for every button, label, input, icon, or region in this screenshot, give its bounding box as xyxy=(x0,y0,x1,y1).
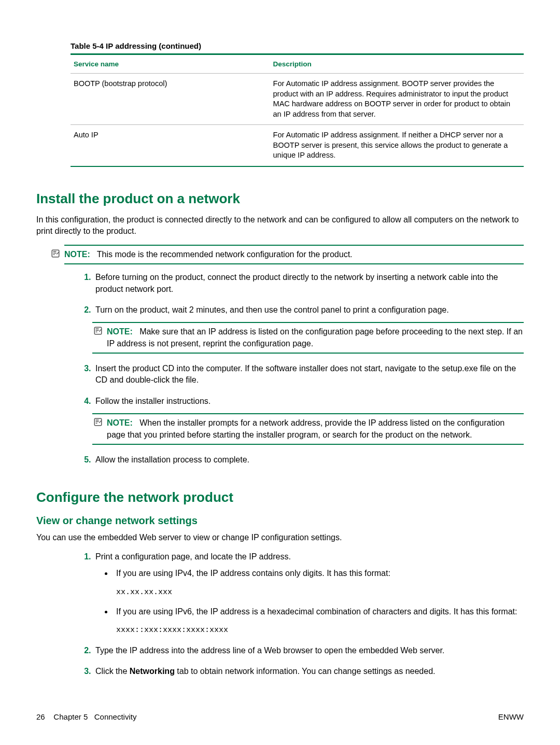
chapter-title: Connectivity xyxy=(94,712,137,721)
footer-right: ENWW xyxy=(498,712,524,721)
note-block: NOTE: Make sure that an IP address is li… xyxy=(92,322,524,354)
cell-service: BOOTP (bootstrap protocol) xyxy=(71,74,270,125)
ip-addressing-table: Service name Description BOOTP (bootstra… xyxy=(71,53,524,167)
table-header-service: Service name xyxy=(71,54,270,74)
table-number: Table 5-4 xyxy=(71,41,104,50)
step-text: Print a configuration page, and locate t… xyxy=(95,552,291,561)
step-3: Click the Networking tab to obtain netwo… xyxy=(93,666,524,677)
table-header-description: Description xyxy=(270,54,524,74)
step-text-bold: Networking xyxy=(130,667,175,676)
note-block: NOTE: This mode is the recommended netwo… xyxy=(64,245,524,264)
note-icon xyxy=(93,326,103,335)
install-steps: Before turning on the product, connect t… xyxy=(71,272,524,466)
page-footer: 26 Chapter 5 Connectivity ENWW xyxy=(36,712,524,721)
bullet-text: If you are using IPv4, the IP address co… xyxy=(116,569,390,578)
footer-left: 26 Chapter 5 Connectivity xyxy=(36,712,136,721)
ip-format-list: If you are using IPv4, the IP address co… xyxy=(95,568,524,636)
step-text: Type the IP address into the address lin… xyxy=(95,646,444,655)
note-icon xyxy=(93,417,103,427)
step-text: Allow the installation process to comple… xyxy=(95,455,249,464)
step-text: Follow the installer instructions. xyxy=(95,397,211,405)
step-2: Type the IP address into the address lin… xyxy=(93,645,524,656)
step-text-pre: Click the xyxy=(95,667,130,676)
step-5: Allow the installation process to comple… xyxy=(93,454,524,466)
note-text: Make sure that an IP address is listed o… xyxy=(107,327,523,347)
note-text: This mode is the recommended network con… xyxy=(97,250,353,259)
subheading-view-change: View or change network settings xyxy=(36,515,524,527)
step-text: Before turning on the product, connect t… xyxy=(95,273,498,293)
list-item: If you are using IPv4, the IP address co… xyxy=(113,568,524,597)
table-row: BOOTP (bootstrap protocol) For Automatic… xyxy=(71,74,524,125)
note-label: NOTE: xyxy=(107,327,133,336)
install-intro: In this configuration, the product is co… xyxy=(36,214,524,237)
ipv4-format: xx.xx.xx.xxx xyxy=(116,587,524,598)
step-3: Insert the product CD into the computer.… xyxy=(93,363,524,386)
note-label: NOTE: xyxy=(107,418,133,427)
note-block: NOTE: When the installer prompts for a n… xyxy=(92,413,524,445)
step-1: Before turning on the product, connect t… xyxy=(93,272,524,295)
cell-description: For Automatic IP address assignment. BOO… xyxy=(270,74,524,125)
configure-steps: Print a configuration page, and locate t… xyxy=(71,551,524,678)
table-title: IP addressing (continued) xyxy=(106,41,201,50)
page-number: 26 xyxy=(36,712,45,721)
note-text: When the installer prompts for a network… xyxy=(107,418,505,439)
chapter-label: Chapter 5 xyxy=(53,712,88,721)
ipv6-format: xxxx::xxx:xxxx:xxxx:xxxx xyxy=(116,625,524,636)
table-row: Auto IP For Automatic IP address assignm… xyxy=(71,125,524,166)
cell-service: Auto IP xyxy=(71,125,270,166)
heading-install: Install the product on a network xyxy=(36,191,524,207)
step-2: Turn on the product, wait 2 minutes, and… xyxy=(93,304,524,354)
heading-configure: Configure the network product xyxy=(36,489,524,505)
step-text: Turn on the product, wait 2 minutes, and… xyxy=(95,305,449,314)
bullet-text: If you are using IPv6, the IP address is… xyxy=(116,607,517,616)
list-item: If you are using IPv6, the IP address is… xyxy=(113,606,524,636)
step-text: Insert the product CD into the computer.… xyxy=(95,364,516,384)
note-label: NOTE: xyxy=(64,250,90,259)
table-caption: Table 5-4 IP addressing (continued) xyxy=(71,41,524,50)
step-4: Follow the installer instructions. NOTE:… xyxy=(93,396,524,445)
cell-description: For Automatic IP address assignment. If … xyxy=(270,125,524,166)
step-1: Print a configuration page, and locate t… xyxy=(93,551,524,636)
note-icon xyxy=(51,249,60,258)
configure-intro: You can use the embedded Web server to v… xyxy=(36,532,524,543)
step-text-post: tab to obtain network information. You c… xyxy=(175,667,436,676)
page: Table 5-4 IP addressing (continued) Serv… xyxy=(0,0,560,745)
